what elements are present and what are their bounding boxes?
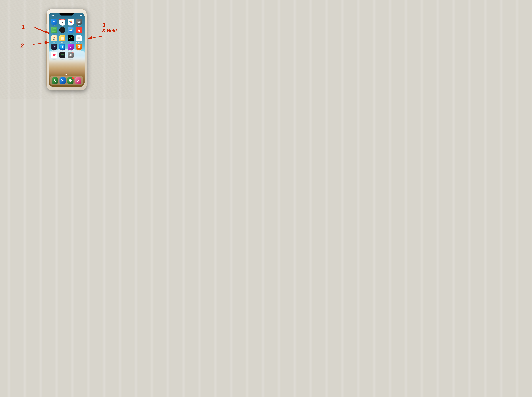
app-row-1: Mail Friday 3 Calendar [50, 19, 83, 26]
dock-music[interactable] [75, 77, 81, 84]
notes-icon[interactable] [59, 35, 65, 41]
svg-rect-51 [78, 45, 80, 48]
app-wallet[interactable]: Wallet [59, 52, 66, 60]
svg-rect-9 [52, 20, 56, 23]
phone-body: 9:45 ▌▌ [47, 9, 87, 90]
svg-point-13 [78, 21, 79, 22]
battery-icon [80, 15, 82, 16]
app-maps[interactable]: 280 Maps [51, 27, 58, 35]
settings-label: Settings [69, 58, 73, 60]
app-settings[interactable]: 1 Settings [67, 52, 74, 60]
maps-icon[interactable]: 280 [51, 27, 57, 33]
reminders-label: Reminders [76, 42, 82, 43]
ibooks-label: iBooks [77, 50, 81, 51]
app-empty-slot [75, 52, 82, 60]
maps-label: Maps [53, 33, 55, 35]
app-news[interactable]: News [75, 27, 82, 35]
mail-label: Mail [53, 25, 55, 26]
camera-icon[interactable] [76, 19, 82, 25]
app-reminders[interactable]: Reminders [75, 35, 82, 43]
status-icons: ▌▌ [76, 15, 82, 16]
notes-label: Notes [61, 42, 64, 43]
annotation-label-2: 2 [21, 42, 24, 49]
app-clock[interactable]: Clock [59, 27, 66, 35]
dock: 2 [50, 76, 83, 85]
svg-line-5 [88, 36, 102, 38]
phone-screen: 9:45 ▌▌ [49, 13, 85, 87]
wallet-icon[interactable] [59, 52, 65, 58]
page-dot-1 [65, 74, 65, 75]
app-calendar[interactable]: Friday 3 Calendar [59, 19, 66, 26]
dock-messages[interactable]: 2 [67, 77, 74, 84]
svg-rect-8 [82, 15, 82, 16]
app-row-5: Health Wallet [50, 52, 83, 60]
weather-icon[interactable] [68, 27, 74, 33]
svg-point-27 [62, 30, 63, 30]
app-row-2: 280 Maps [50, 27, 83, 35]
app-weather[interactable]: Weather [67, 27, 74, 35]
calendar-icon[interactable]: Friday 3 [59, 19, 65, 25]
weather-label: Weather [69, 33, 73, 35]
calendar-label: Calendar [60, 25, 64, 26]
svg-rect-58 [61, 55, 64, 56]
page-dot-3 [68, 74, 68, 75]
reminders-icon[interactable] [76, 35, 82, 41]
tv-label: TV [53, 50, 55, 51]
app-photos[interactable]: Photos [67, 19, 74, 26]
home-icon[interactable]: 🏠 [51, 35, 57, 41]
annotation-label-1: 1 [22, 24, 25, 30]
clock-icon[interactable] [59, 27, 65, 33]
appstore-label: App Store [60, 50, 65, 51]
itunes-icon[interactable] [68, 43, 74, 50]
news-icon[interactable] [76, 27, 82, 33]
dock-phone[interactable] [52, 77, 58, 84]
app-home[interactable]: 🏠 Home [51, 35, 58, 43]
health-icon[interactable] [51, 52, 57, 58]
stocks-icon[interactable] [68, 35, 74, 41]
home-label: Home [53, 42, 56, 43]
dock-phone-icon[interactable] [52, 77, 58, 84]
dock-safari[interactable] [59, 77, 66, 84]
app-health[interactable]: Health [51, 52, 58, 60]
app-appstore[interactable]: App Store [59, 43, 66, 51]
dock-safari-icon[interactable] [59, 77, 66, 84]
svg-rect-55 [78, 45, 78, 48]
photos-label: Photos [69, 25, 72, 26]
wallet-label: Wallet [61, 58, 64, 60]
settings-icon[interactable]: 1 [68, 52, 74, 58]
svg-point-14 [80, 21, 80, 21]
messages-badge: 2 [72, 77, 74, 79]
app-itunes[interactable]: iTunes Store [67, 43, 74, 51]
annotation-label-3: 3 [102, 22, 106, 28]
status-time: 9:45 [51, 15, 54, 16]
calendar-date: 3 [62, 20, 63, 25]
appstore-icon[interactable] [59, 43, 65, 50]
app-tv[interactable]: TV TV [51, 43, 58, 51]
app-notes[interactable]: Notes [59, 35, 66, 43]
app-row-3: 🏠 Home [50, 35, 83, 43]
news-label: News [78, 33, 80, 35]
app-row-4: TV TV [50, 43, 83, 51]
svg-rect-53 [78, 46, 80, 46]
photos-icon[interactable] [68, 19, 74, 25]
ibooks-icon[interactable] [76, 43, 82, 50]
svg-rect-7 [80, 15, 82, 16]
tv-icon[interactable]: TV [51, 43, 57, 50]
svg-point-61 [70, 54, 71, 56]
app-mail[interactable]: Mail [51, 19, 58, 26]
calendar-day: Friday [59, 19, 65, 20]
app-grid: Mail Friday 3 Calendar [49, 19, 85, 60]
svg-rect-57 [61, 54, 64, 55]
app-camera[interactable]: Camera [75, 19, 82, 26]
mail-icon[interactable] [51, 19, 57, 25]
signal-icon: ▌▌ [76, 15, 77, 16]
app-ibooks[interactable]: iBooks [75, 43, 82, 51]
itunes-label: iTunes Store [68, 50, 74, 51]
app-stocks[interactable]: Stocks [67, 35, 74, 43]
svg-rect-59 [61, 56, 64, 56]
health-label: Health [53, 58, 56, 60]
svg-rect-37 [69, 36, 73, 40]
annotation-hold-text: & Hold [102, 28, 117, 33]
svg-text:280: 280 [53, 30, 54, 31]
dock-music-icon[interactable] [75, 77, 81, 84]
